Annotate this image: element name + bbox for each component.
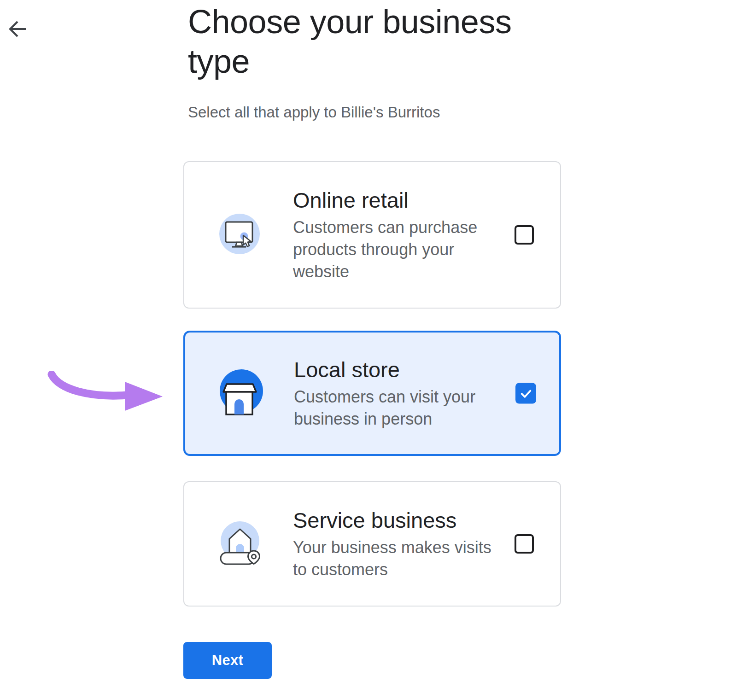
option-card-local-store[interactable]: Local store Customers can visit your bus… bbox=[183, 331, 561, 456]
option-title: Service business bbox=[293, 507, 500, 534]
option-card-service-business[interactable]: Service business Your business makes vis… bbox=[183, 481, 561, 607]
option-card-online-retail[interactable]: Online retail Customers can purchase pro… bbox=[183, 161, 561, 309]
option-text-online-retail: Online retail Customers can purchase pro… bbox=[293, 187, 500, 283]
annotation-arrow-icon bbox=[47, 371, 164, 415]
option-text-local-store: Local store Customers can visit your bus… bbox=[294, 356, 501, 430]
option-title: Online retail bbox=[293, 187, 500, 214]
back-button[interactable] bbox=[6, 18, 29, 41]
online-retail-monitor-icon bbox=[218, 213, 261, 257]
option-description: Customers can purchase products through … bbox=[293, 216, 500, 283]
online-retail-checkbox[interactable] bbox=[515, 225, 534, 245]
service-business-house-pin-icon bbox=[218, 520, 261, 567]
back-arrow-icon bbox=[7, 18, 28, 41]
option-title: Local store bbox=[294, 356, 501, 383]
checkmark-icon bbox=[519, 386, 533, 401]
option-description: Customers can visit your business in per… bbox=[294, 386, 501, 430]
service-business-checkbox[interactable] bbox=[515, 534, 534, 554]
local-store-storefront-icon bbox=[219, 369, 263, 418]
option-text-service-business: Service business Your business makes vis… bbox=[293, 507, 500, 581]
option-description: Your business makes visits to customers bbox=[293, 537, 500, 581]
next-button[interactable]: Next bbox=[183, 642, 272, 679]
page-title: Choose your business type bbox=[188, 2, 520, 81]
local-store-checkbox[interactable] bbox=[515, 383, 536, 404]
page-subtitle: Select all that apply to Billie's Burrit… bbox=[188, 102, 538, 122]
business-type-page: Choose your business type Select all tha… bbox=[0, 0, 737, 700]
